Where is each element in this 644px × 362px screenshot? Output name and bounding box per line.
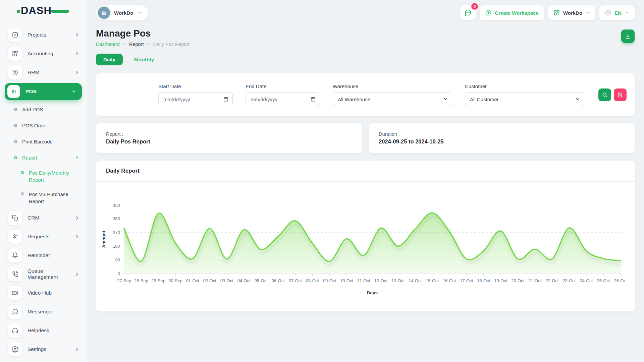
sidebar-item-print-barcode[interactable]: Print Barcode [0,133,87,149]
daily-report-area-chart[interactable]: 09018027036045027-Sep28-Sep29-Sep30-Sep0… [99,193,625,306]
language-selector[interactable]: EN [599,5,635,20]
sidebar-item-reminder[interactable]: Reminder [0,246,87,265]
logo-dash-shape [51,10,69,13]
breadcrumb-report-link[interactable]: Report [129,42,144,47]
workspace-avatar-building-icon [98,7,110,19]
requests-user-plus-icon [8,230,22,244]
sidebar-item-report[interactable]: Report [0,149,87,166]
svg-text:05-Oct: 05-Oct [255,278,268,283]
reminder-bell-icon [8,248,22,262]
language-code: EN [614,10,622,16]
svg-text:06-Oct: 06-Oct [272,278,285,283]
svg-text:11-Oct: 11-Oct [357,278,370,283]
svg-text:14-Oct: 14-Oct [409,278,422,283]
chevron-right-icon [74,215,80,221]
chevron-right-icon [74,347,80,352]
topbar: WorkDo 0 Create Workspace WorkDo [87,0,644,22]
end-date-input[interactable] [246,92,320,106]
logo-dot-shape [17,10,20,13]
sidebar-item-label: Projects [28,32,46,38]
accounting-grid-plus-icon [8,47,22,61]
svg-text:29-Sep: 29-Sep [151,278,165,283]
svg-text:15-Oct: 15-Oct [426,278,439,283]
pos-dots-grid-icon [7,85,20,98]
sidebar-item-hrm[interactable]: HRM [0,63,87,82]
sub-item-label: Report [22,155,37,161]
sidebar-item-projects[interactable]: Projects [0,25,87,44]
svg-text:0: 0 [118,271,120,276]
plus-circle-icon [485,9,492,16]
settings-gear-icon [8,342,22,356]
sidebar-item-crm[interactable]: CRM [0,208,87,227]
svg-text:28-Sep: 28-Sep [134,278,148,283]
filter-card: Start Date End Date [96,73,635,116]
svg-text:Days: Days [367,290,378,295]
start-date-input[interactable] [158,92,233,106]
svg-text:16-Oct: 16-Oct [443,278,456,283]
video-camera-icon [8,286,22,300]
sidebar: DASH Projects Accounting [0,0,87,362]
breadcrumb-dashboard-link[interactable]: Dashboard [96,42,120,47]
sidebar-item-pos[interactable]: POS [5,83,82,100]
tab-monthly[interactable]: Monthly [134,57,154,63]
sidebar-item-pos-order[interactable]: POS Order [0,117,87,133]
sidebar-item-label: Requests [28,234,49,240]
tab-daily[interactable]: Daily [96,54,123,65]
workspace-selector[interactable]: WorkDo [96,5,148,20]
sidebar-item-label: HRM [28,69,39,75]
customer-select[interactable]: All Customer [465,92,584,106]
messages-button[interactable]: 0 [460,5,476,20]
apply-filter-button[interactable] [598,88,611,101]
page-title: Manage Pos [96,28,190,39]
app-menu-button[interactable]: WorkDo [548,5,595,20]
crm-layers-icon [8,211,22,225]
bullet-icon [14,140,17,143]
sidebar-item-messenger[interactable]: Messenger [0,302,87,321]
end-date-label: End Date [246,83,320,89]
sidebar-item-label: Helpdesk [28,327,49,334]
bullet-icon [14,108,17,111]
customer-label: Customer [465,83,584,89]
svg-text:23-Oct: 23-Oct [562,278,576,283]
svg-text:21-Oct: 21-Oct [528,278,541,283]
end-date-field: End Date [246,83,320,106]
sub-item-label: POS Order [22,123,47,128]
sidebar-item-settings[interactable]: Settings [0,340,87,359]
svg-text:24-Oct: 24-Oct [580,278,593,283]
reset-filter-button[interactable] [614,88,627,101]
sidebar-item-accounting[interactable]: Accounting [0,44,87,63]
svg-text:27-Sep: 27-Sep [117,278,131,283]
download-report-button[interactable] [621,29,635,43]
sidebar-item-requests[interactable]: Requests [0,227,87,246]
page-content: Manage Pos Dashboard Report Daily Pos Re… [87,22,644,311]
sub-item-label: Pos VS Purchase Report [29,191,73,205]
chevron-right-icon [146,42,150,46]
sidebar-item-video-hub[interactable]: Video Hub [0,284,87,302]
svg-text:30-Sep: 30-Sep [168,278,182,283]
svg-text:26-Oct: 26-Oct [614,278,625,283]
sidebar-item-helpdesk[interactable]: Helpdesk [0,321,87,340]
sidebar-item-label: Messenger [28,309,53,315]
svg-text:12-Oct: 12-Oct [374,278,387,283]
chevron-down-icon [137,10,142,15]
download-icon [625,33,631,40]
svg-text:13-Oct: 13-Oct [391,278,405,283]
sidebar-item-pos-daily-monthly-report[interactable]: Pos Daily/Monthly Report [0,166,87,187]
sidebar-item-queue-management[interactable]: Queue Management [0,265,87,284]
sidebar-item-label: Settings [28,346,46,352]
chevron-right-icon [74,32,80,38]
sidebar-item-pos-vs-purchase-report[interactable]: Pos VS Purchase Report [0,187,87,208]
duration-label: Duration : [379,131,625,137]
warehouse-select[interactable]: All Warehouse [333,92,452,106]
chevron-right-icon [74,155,80,160]
sidebar-item-add-pos[interactable]: Add POS [0,101,87,117]
customer-field: Customer All Customer [465,83,584,106]
bullet-icon [14,156,17,159]
svg-text:02-Oct: 02-Oct [203,278,216,283]
warehouse-field: Warehouse All Warehouse [333,83,452,106]
svg-text:Amount: Amount [101,231,106,248]
create-workspace-button[interactable]: Create Workspace [480,5,544,20]
brand-logo[interactable]: DASH [0,0,87,21]
chat-bubble-icon [464,9,472,16]
breadcrumb-current: Daily Pos Report [153,42,190,47]
